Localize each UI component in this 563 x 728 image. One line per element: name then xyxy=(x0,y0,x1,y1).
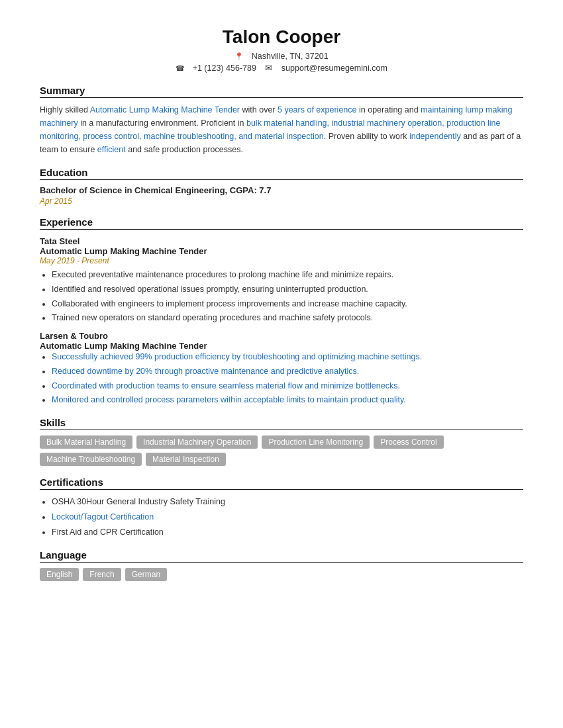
cert-text-2: First Aid and CPR Certification xyxy=(52,527,164,537)
skills-title: Skills xyxy=(40,417,523,430)
lang-tag-2: German xyxy=(125,568,167,581)
summary-highlight2: 5 years of experience xyxy=(278,105,357,114)
company-2: Larsen & Toubro xyxy=(40,331,523,341)
cert-list: OSHA 30Hour General Industry Safety Trai… xyxy=(52,495,523,539)
cert-text-0: OSHA 30Hour General Industry Safety Trai… xyxy=(52,497,225,506)
skill-tag-0: Bulk Material Handling xyxy=(40,435,132,449)
certifications-title: Certifications xyxy=(40,477,523,490)
contact-line: ☎ +1 (123) 456-789 ✉ support@resumegemin… xyxy=(40,63,523,73)
resume-header: Talon Cooper 📍 Nashville, TN, 37201 ☎ +1… xyxy=(40,26,523,73)
bullet-text-1-1: Executed preventative maintenance proced… xyxy=(52,270,393,279)
bullet-text-1-4: Trained new operators on standard operat… xyxy=(52,313,373,322)
language-title: Language xyxy=(40,549,523,563)
bullet-2-1: Successfully achieved 99% production eff… xyxy=(52,351,523,363)
job-bullets-1: Executed preventative maintenance proced… xyxy=(52,269,523,324)
bullet-2-2: Reduced downtime by 20% through proactiv… xyxy=(52,365,523,378)
bullet-1-3: Collaborated with engineers to implement… xyxy=(52,298,523,310)
language-section: Language English French German xyxy=(40,549,523,581)
skill-tag-1: Industrial Machinery Operation xyxy=(136,435,258,449)
skill-tag-3: Process Control xyxy=(374,435,443,449)
summary-part3: in operating and xyxy=(357,105,421,114)
edu-date: Apr 2015 xyxy=(40,197,523,206)
bullet-2-4: Monitored and controlled process paramet… xyxy=(52,394,523,406)
summary-highlight5: independently xyxy=(409,132,461,141)
skill-tag-2: Production Line Monitoring xyxy=(262,435,370,449)
summary-part5: . Proven ability to work xyxy=(324,132,409,141)
bullet-text-1-2: Identified and resolved operational issu… xyxy=(52,285,368,294)
bullet-1-1: Executed preventative maintenance proced… xyxy=(52,269,523,281)
summary-part1: Highly skilled xyxy=(40,105,90,114)
summary-text: Highly skilled Automatic Lump Making Mac… xyxy=(40,103,523,156)
bullet-1-2: Identified and resolved operational issu… xyxy=(52,283,523,296)
bullet-text-2-4-hl: Monitored and controlled process paramet… xyxy=(52,395,406,404)
bullet-1-4: Trained new operators on standard operat… xyxy=(52,312,523,324)
bullet-2-3: Coordinated with production teams to ens… xyxy=(52,380,523,392)
cert-item-1: Lockout/Tagout Certification xyxy=(52,510,523,523)
skills-section: Skills Bulk Material Handling Industrial… xyxy=(40,417,523,466)
location-line: 📍 Nashville, TN, 37201 xyxy=(40,52,523,61)
phone-icon: ☎ xyxy=(176,64,185,72)
cert-item-0: OSHA 30Hour General Industry Safety Trai… xyxy=(52,495,523,508)
lang-tag-0: English xyxy=(40,568,79,581)
candidate-name: Talon Cooper xyxy=(40,26,523,48)
skill-tag-4: Machine Troubleshooting xyxy=(40,453,142,466)
summary-title: Summary xyxy=(40,85,523,98)
job-title-1: Automatic Lump Making Machine Tender xyxy=(40,246,523,256)
lang-tags-container: English French German xyxy=(40,568,523,581)
summary-section: Summary Highly skilled Automatic Lump Ma… xyxy=(40,85,523,156)
certifications-section: Certifications OSHA 30Hour General Indus… xyxy=(40,477,523,539)
cert-text-1: Lockout/Tagout Certification xyxy=(52,512,154,522)
bullet-text-2-1-hl: Successfully achieved 99% production eff… xyxy=(52,352,422,361)
bullet-text-2-3-hl: Coordinated with production teams to ens… xyxy=(52,381,400,390)
bullet-text-2-2-hl: Reduced downtime by 20% through proactiv… xyxy=(52,367,359,376)
cert-item-2: First Aid and CPR Certification xyxy=(52,525,523,539)
summary-part4: in a manufacturing environment. Proficie… xyxy=(78,118,246,128)
lang-tag-1: French xyxy=(83,568,121,581)
summary-part2: with over xyxy=(240,105,278,114)
job-bullets-2: Successfully achieved 99% production eff… xyxy=(52,351,523,406)
skill-tag-5: Material Inspection xyxy=(146,453,226,466)
summary-highlight1: Automatic Lump Making Machine Tender xyxy=(90,105,240,114)
summary-part7: and safe production processes. xyxy=(126,145,243,154)
experience-title: Experience xyxy=(40,216,523,230)
summary-highlight6: efficient xyxy=(97,145,126,154)
education-title: Education xyxy=(40,167,523,180)
job-date-1: May 2019 - Present xyxy=(40,256,523,265)
edu-degree: Bachelor of Science in Chemical Engineer… xyxy=(40,185,523,195)
education-section: Education Bachelor of Science in Chemica… xyxy=(40,167,523,206)
job-title-2: Automatic Lump Making Machine Tender xyxy=(40,341,523,351)
company-1: Tata Steel xyxy=(40,236,523,246)
email: support@resumegemini.com xyxy=(282,64,387,73)
skills-tags-container: Bulk Material Handling Industrial Machin… xyxy=(40,435,523,466)
pin-icon: 📍 xyxy=(234,52,244,60)
experience-section: Experience Tata Steel Automatic Lump Mak… xyxy=(40,216,523,406)
bullet-text-1-3: Collaborated with engineers to implement… xyxy=(52,299,407,308)
location: Nashville, TN, 37201 xyxy=(252,52,329,61)
phone: +1 (123) 456-789 xyxy=(193,64,256,73)
